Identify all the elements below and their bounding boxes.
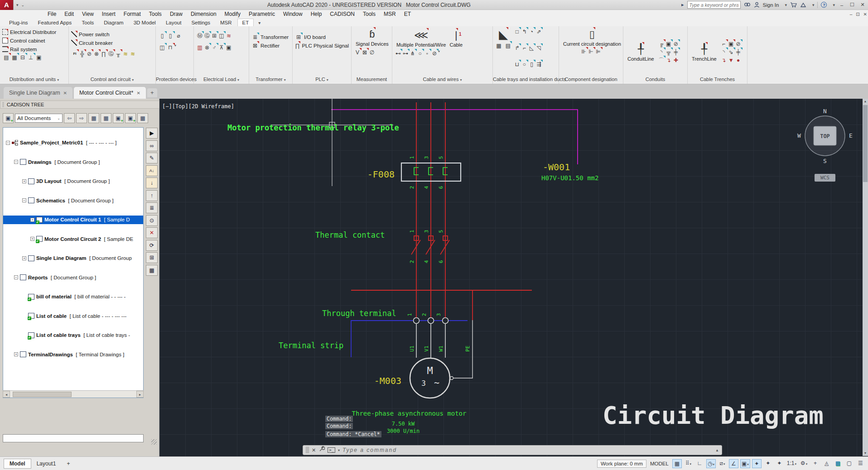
- grid-icon[interactable]: ▦: [672, 459, 682, 468]
- menu-file[interactable]: File: [43, 11, 60, 17]
- annotation-visibility-icon[interactable]: ✦: [752, 459, 762, 468]
- canvas-vertical-scrollbar[interactable]: ▲ ▼: [863, 99, 868, 456]
- trench-icon[interactable]: ◝: [720, 48, 728, 56]
- conduit-icon[interactable]: ◝: [658, 48, 665, 56]
- tree-row-list-of-cable[interactable]: List of cable [ List of cable - --- - --…: [3, 312, 143, 321]
- ribbon-icon[interactable]: ▦: [10, 53, 19, 62]
- customize-wrench-icon[interactable]: [318, 446, 325, 454]
- drag-grip-icon[interactable]: [2, 102, 4, 107]
- wcs-selector[interactable]: WCS: [815, 174, 835, 182]
- polar-tracking-icon[interactable]: ◷▾: [706, 459, 716, 468]
- tab-featured-apps[interactable]: Featured Apps: [34, 19, 77, 26]
- menu-help[interactable]: Help: [307, 11, 326, 17]
- meter-icon[interactable]: ∅: [368, 48, 376, 57]
- view-table-n-button[interactable]: ▦: [101, 113, 111, 123]
- duct-icon[interactable]: □: [513, 28, 521, 36]
- split-view-button[interactable]: ▦: [137, 113, 148, 123]
- trench-icon[interactable]: ▼: [728, 56, 735, 64]
- help-icon[interactable]: ?: [821, 2, 827, 8]
- sort-descending-button[interactable]: ↓: [146, 177, 158, 188]
- trench-icon[interactable]: ⌐: [720, 40, 728, 48]
- tab-diagram[interactable]: Diagram: [99, 19, 128, 26]
- save-button[interactable]: ▦: [146, 265, 158, 276]
- quick-access-caret-icon[interactable]: ▾: [16, 3, 19, 7]
- maximize-button[interactable]: ☐: [849, 2, 856, 8]
- scroll-thumb[interactable]: [13, 392, 72, 397]
- menu-cadison[interactable]: CADISON: [326, 11, 359, 17]
- tab-tools[interactable]: Tools: [77, 19, 98, 26]
- ribbon-icon[interactable]: ▫: [424, 49, 431, 58]
- collapse-icon[interactable]: −: [22, 198, 26, 202]
- tab-msr[interactable]: MSR: [216, 19, 236, 26]
- duct-icon[interactable]: ↰: [521, 28, 528, 36]
- find-button[interactable]: ∞: [146, 140, 158, 151]
- duct-icon[interactable]: ○: [521, 60, 528, 68]
- link-button[interactable]: ⊞: [146, 252, 158, 263]
- annotation-scale-value[interactable]: 1:1▾: [786, 459, 797, 468]
- expand-icon[interactable]: +: [22, 256, 26, 260]
- ribbon-display-toggle-icon[interactable]: ▾: [255, 19, 264, 26]
- model-tab[interactable]: Model: [4, 459, 31, 469]
- status-plus-icon[interactable]: +: [810, 459, 820, 468]
- sign-in-button[interactable]: Sign In: [763, 2, 779, 8]
- duct-icon[interactable]: ◹: [535, 44, 542, 52]
- minimize-button[interactable]: –: [838, 2, 845, 8]
- wires-icon[interactable]: ≋: [129, 50, 136, 58]
- ribbon-icon[interactable]: ⊓: [166, 43, 174, 52]
- panel-label-cable-wires[interactable]: Cable and wires▾: [392, 77, 492, 84]
- designation-icon[interactable]: ⊪: [580, 48, 588, 56]
- menu-insert[interactable]: Insert: [98, 11, 120, 17]
- trench-icon[interactable]: ⊘: [735, 40, 742, 48]
- btn-trenchline[interactable]: ╀ TrenchLine: [690, 42, 719, 62]
- motor-speed[interactable]: 3000 U/min: [387, 428, 420, 434]
- ribbon-icon[interactable]: ◫: [158, 43, 166, 52]
- drawing-canvas[interactable]: [−][Top][2D Wireframe] Motor protection …: [159, 99, 868, 456]
- tree-horizontal-scrollbar[interactable]: ◂ ▸: [3, 390, 144, 398]
- menu-modify[interactable]: Modify: [221, 11, 245, 17]
- trench-icon[interactable]: ▣: [728, 40, 735, 48]
- new-list-button[interactable]: ▣+: [125, 113, 136, 123]
- expand-icon[interactable]: +: [14, 352, 18, 356]
- object-snap-icon[interactable]: ▣▾: [740, 459, 750, 468]
- motor-title[interactable]: Three-phase asynchronous motor: [352, 410, 467, 417]
- panel-label-transformer[interactable]: Transformer▾: [249, 77, 292, 84]
- btn-control-cabinet[interactable]: Control cabinet: [2, 36, 66, 45]
- trench-icon[interactable]: ╪: [735, 48, 742, 56]
- fuse-icon[interactable]: ▯: [158, 32, 166, 40]
- menu-format[interactable]: Format: [120, 11, 145, 17]
- expand-icon[interactable]: +: [22, 179, 26, 183]
- viewcube-label[interactable]: TOP: [820, 133, 830, 139]
- ribbon-icon[interactable]: ▣: [35, 53, 43, 62]
- through-terminal-label[interactable]: Through terminal: [322, 309, 396, 318]
- btn-multiple-potential-wire[interactable]: ⋘ Multiple Potential/Wire: [395, 28, 448, 48]
- conduit-icon[interactable]: ✚: [672, 56, 680, 64]
- terminal-symbols[interactable]: [414, 318, 448, 324]
- btn-conduitline[interactable]: ╀ ConduitLine: [626, 42, 656, 62]
- scroll-right-icon[interactable]: ▸: [136, 391, 144, 398]
- tab-3d-model[interactable]: 3D Model: [129, 19, 160, 26]
- conduit-icon[interactable]: ╔: [658, 40, 665, 48]
- document-filter-select[interactable]: All Documents⌄: [15, 114, 63, 123]
- ribbon-icon[interactable]: ▣: [225, 43, 232, 52]
- menu-parametric[interactable]: Parametric: [245, 11, 279, 17]
- ribbon-icon[interactable]: ⊥: [27, 53, 35, 62]
- panel-resize-grip[interactable]: [151, 439, 157, 445]
- quick-access-customize-icon[interactable]: ⌄: [21, 3, 25, 7]
- ribbon-icon[interactable]: ⊟: [19, 53, 27, 62]
- btn-current-circuit-designation[interactable]: ▯ Current circuit designation: [561, 28, 623, 48]
- expand-icon[interactable]: +: [30, 218, 34, 222]
- tab-plug-ins[interactable]: Plug-ins: [5, 19, 33, 26]
- isolate-objects-icon[interactable]: ◬: [822, 459, 831, 468]
- tab-motor-control-circuit[interactable]: Motor Control Circuit*✕: [74, 87, 146, 99]
- plug-icon[interactable]: ♂: [211, 43, 218, 52]
- motor-symbol[interactable]: [410, 358, 450, 398]
- ribbon-icon[interactable]: ∏: [100, 50, 107, 58]
- view-compass[interactable]: N W E S TOP: [797, 108, 853, 164]
- viewport-controls[interactable]: [−][Top][2D Wireframe]: [162, 103, 234, 110]
- tree-row-terminal-drawings[interactable]: +TerminalDrawings [ Terminal Drawings ]: [3, 350, 143, 359]
- trench-icon[interactable]: ●: [735, 56, 742, 64]
- object-snap-tracking-icon[interactable]: ∠: [729, 459, 738, 468]
- generator-icon[interactable]: Ⓖ: [107, 50, 115, 58]
- doc-restore-button[interactable]: ⊡: [856, 12, 859, 17]
- ribbon-icon[interactable]: ◫: [218, 32, 225, 40]
